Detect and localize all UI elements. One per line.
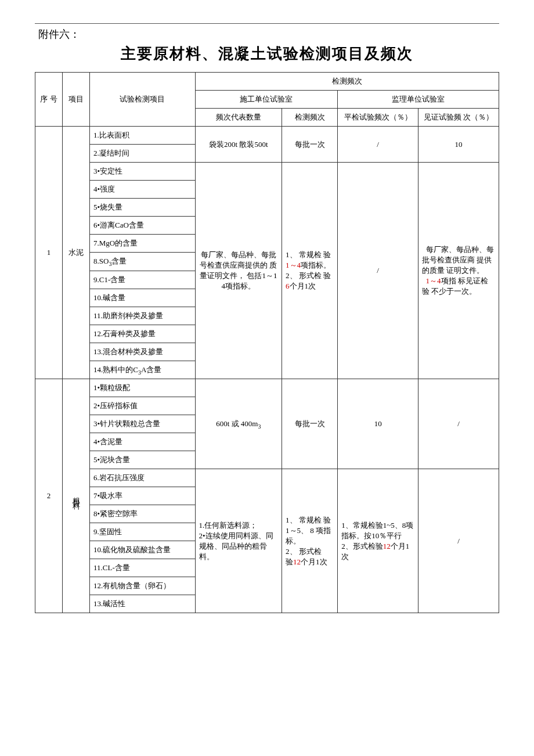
- spec-table: 序 号 项目 试验检测项目 检测频次 施工单位试验室 监理单位试验室 频次代表数…: [35, 72, 499, 613]
- top-rule: [35, 23, 499, 24]
- page-title: 主要原材料、混凝土试验检测项目及频次: [35, 44, 499, 64]
- test-item-cell: 11.助磨剂种类及掺量: [90, 307, 196, 325]
- test-item-cell: 4•强度: [90, 181, 196, 199]
- th-freq-group: 检测频次: [195, 73, 499, 91]
- test-item-cell: 3•安定性: [90, 163, 196, 181]
- th-ping-freq: 平检试验频次（％）: [338, 109, 418, 127]
- witness-cell: /: [418, 469, 499, 613]
- test-item-cell: 14.熟料中的C3A含量: [90, 361, 196, 379]
- project-cell: 粗骨料: [63, 379, 90, 613]
- th-rep-qty: 频次代表数量: [195, 109, 282, 127]
- witness-cell: /: [418, 379, 499, 469]
- ping-cell: /: [338, 163, 418, 379]
- test-item-cell: 2•压碎指标值: [90, 397, 196, 415]
- test-item-cell: 8.SO3含量: [90, 253, 196, 271]
- test-item-cell: 8•紧密空隙率: [90, 505, 196, 523]
- th-supervision-lab: 监理单位试验室: [338, 91, 499, 109]
- freq-cell: 1、 常规检 验1～4项指标。 2、 形式检 验6个月1次: [282, 163, 338, 379]
- th-project: 项目: [63, 73, 90, 127]
- qty-cell: 每厂家、每品种、每批号检查供应商提供的 质量证明文件， 包括1～14项指标。: [195, 163, 282, 379]
- test-item-cell: 6.岩石抗压强度: [90, 469, 196, 487]
- test-item-cell: 13.混合材种类及掺量: [90, 343, 196, 361]
- freq-cell: 1、 常规检 验1～5、 8 项指标。 2、 形式检 验12个月1次: [282, 469, 338, 613]
- qty-cell: 1.任何新选料源； 2•连续使用同料源、同规格、同品种的粗骨料。: [195, 469, 282, 613]
- test-item-cell: 9.C1-含量: [90, 271, 196, 289]
- test-item-cell: 2.凝结时间: [90, 145, 196, 163]
- test-item-cell: 1.比表面积: [90, 127, 196, 145]
- table-header-row: 序 号 项目 试验检测项目 检测频次: [35, 73, 499, 91]
- test-item-cell: 5•烧失量: [90, 199, 196, 217]
- th-witness-freq: 见证试验频 次（％）: [418, 109, 499, 127]
- table-row: 3•安定性 每厂家、每品种、每批号检查供应商提供的 质量证明文件， 包括1～14…: [35, 163, 499, 181]
- project-cell: 水泥: [63, 127, 90, 379]
- ping-cell: 10: [338, 379, 418, 469]
- qty-cell: 袋装200t 散装500t: [195, 127, 282, 163]
- ping-cell: 1、常规检验1~5、8项指标。按10％平行 2、形式检验12个月1次: [338, 469, 418, 613]
- witness-cell: 每厂家、每品种、每批号检查供应商 提供的质量 证明文件。 1～4项指 标见证检验…: [418, 163, 499, 379]
- test-item-cell: 4•含泥量: [90, 433, 196, 451]
- table-row: 2 粗骨料 1•颗粒级配 600t 或 400m3 每批一次 10 /: [35, 379, 499, 397]
- th-construction-lab: 施工单位试验室: [195, 91, 338, 109]
- qty-cell: 600t 或 400m3: [195, 379, 282, 469]
- witness-cell: 10: [418, 127, 499, 163]
- test-item-cell: 7•吸水率: [90, 487, 196, 505]
- seq-cell: 1: [35, 127, 63, 379]
- test-item-cell: 10.硫化物及硫酸盐含量: [90, 541, 196, 559]
- test-item-cell: 11.CL-含量: [90, 559, 196, 577]
- attachment-label: 附件六：: [38, 27, 499, 41]
- test-item-cell: 6•游离CaO含量: [90, 217, 196, 235]
- test-item-cell: 12.有机物含量（卵石）: [90, 577, 196, 595]
- test-item-cell: 9.坚固性: [90, 523, 196, 541]
- th-detect-freq: 检测频次: [282, 109, 338, 127]
- test-item-cell: 12.石膏种类及掺量: [90, 325, 196, 343]
- th-seq: 序 号: [35, 73, 63, 127]
- test-item-cell: 13.碱活性: [90, 595, 196, 613]
- table-row: 6.岩石抗压强度 1.任何新选料源； 2•连续使用同料源、同规格、同品种的粗骨料…: [35, 469, 499, 487]
- table-row: 1 水泥 1.比表面积 袋装200t 散装500t 每批一次 / 10: [35, 127, 499, 145]
- test-item-cell: 1•颗粒级配: [90, 379, 196, 397]
- test-item-cell: 10.碱含量: [90, 289, 196, 307]
- test-item-cell: 5•泥块含量: [90, 451, 196, 469]
- test-item-cell: 3•针片状颗粒总含量: [90, 415, 196, 433]
- test-item-cell: 7.MgO的含量: [90, 235, 196, 253]
- freq-cell: 每批一次: [282, 127, 338, 163]
- seq-cell: 2: [35, 379, 63, 613]
- th-test-items: 试验检测项目: [90, 73, 196, 127]
- ping-cell: /: [338, 127, 418, 163]
- freq-cell: 每批一次: [282, 379, 338, 469]
